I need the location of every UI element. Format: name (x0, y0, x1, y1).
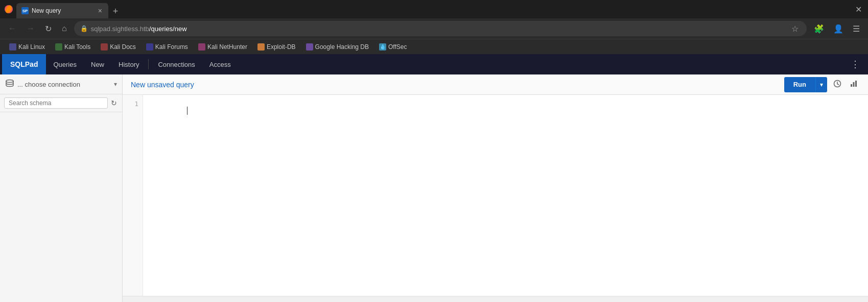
schema-search-row: ↻ (0, 94, 122, 112)
window-close-button[interactable]: ✕ (853, 3, 864, 16)
nav-item-new[interactable]: New (84, 54, 111, 74)
bookmark-google-hacking-label: Google Hacking DB (315, 43, 369, 51)
run-btn-group: Run ▾ (784, 77, 827, 92)
nav-item-history[interactable]: History (111, 54, 146, 74)
back-button[interactable]: ← (5, 22, 19, 35)
sqlpad-app: SQLPad Queries New History Connections A… (0, 54, 868, 302)
bookmark-google-hacking[interactable]: Google Hacking DB (302, 42, 373, 52)
query-title: New unsaved query (131, 81, 194, 89)
nav-item-connections[interactable]: Connections (151, 54, 202, 74)
line-number-1: 1 (123, 99, 138, 109)
new-tab-button[interactable]: + (108, 4, 123, 18)
editor-scrollbar[interactable] (123, 296, 868, 302)
sqlpad-nav-right: ⋮ (847, 57, 868, 72)
run-button[interactable]: Run (784, 77, 815, 92)
nav-item-access[interactable]: Access (202, 54, 238, 74)
profile-button[interactable]: 👤 (830, 22, 847, 36)
menu-button[interactable]: ☰ (850, 22, 863, 36)
svg-point-2 (6, 80, 13, 83)
bookmark-kali-docs[interactable]: Kali Docs (97, 42, 140, 52)
window-controls: ✕ (853, 3, 864, 16)
refresh-schema-button[interactable]: ↻ (110, 98, 118, 108)
active-tab[interactable]: SP New query × (16, 3, 108, 18)
history-icon-button[interactable] (831, 78, 843, 92)
forward-button[interactable]: → (24, 22, 38, 35)
bookmark-exploit-db-label: Exploit-DB (267, 43, 296, 51)
bookmark-offsec-label: OffSec (388, 43, 407, 51)
sqlpad-nav: SQLPad Queries New History Connections A… (0, 54, 868, 74)
connection-row: ... choose connection ▾ (0, 74, 122, 94)
security-icon: 🔒 (80, 25, 88, 32)
kali-nethunter-favicon (198, 43, 205, 51)
schema-search-input[interactable] (4, 97, 108, 109)
svg-rect-4 (851, 84, 852, 87)
offsec-favicon: 💧 (379, 43, 386, 51)
query-area: ... choose connection ▾ ↻ New unsaved qu… (0, 74, 868, 302)
nav-right: 🧩 👤 ☰ (811, 22, 863, 36)
nav-divider (148, 59, 149, 69)
url-suffix: /queries/new (149, 25, 187, 33)
browser-chrome: SP New query × + ✕ ← → ↻ ⌂ 🔒 sqlpad.sigh… (0, 0, 868, 54)
editor-content[interactable] (143, 95, 868, 296)
title-bar: SP New query × + ✕ (0, 0, 868, 18)
connection-select[interactable]: ... choose connection (17, 81, 111, 88)
sqlpad-more-button[interactable]: ⋮ (847, 57, 864, 72)
tab-close-button[interactable]: × (97, 7, 103, 14)
reload-button[interactable]: ↻ (42, 22, 55, 36)
nav-bar: ← → ↻ ⌂ 🔒 sqlpad.sightless.htb/queries/n… (0, 18, 868, 39)
right-panel: New unsaved query Run ▾ (123, 74, 868, 302)
home-button[interactable]: ⌂ (59, 22, 70, 35)
tab-bar: SP New query × + (16, 0, 850, 18)
svg-rect-5 (853, 82, 855, 87)
firefox-icon (4, 5, 13, 14)
bookmark-kali-docs-label: Kali Docs (110, 43, 136, 51)
editor-area[interactable]: 1 (123, 95, 868, 296)
bookmark-kali-tools-label: Kali Tools (64, 43, 90, 51)
exploit-db-favicon (257, 43, 265, 51)
google-hacking-favicon (306, 43, 313, 51)
bookmark-kali-nethunter[interactable]: Kali NetHunter (194, 42, 251, 52)
left-panel: ... choose connection ▾ ↻ (0, 74, 123, 302)
bookmark-offsec[interactable]: 💧 OffSec (375, 42, 411, 52)
sqlpad-brand[interactable]: SQLPad (2, 54, 46, 74)
query-header: New unsaved query Run ▾ (123, 74, 868, 95)
url-bar[interactable]: 🔒 sqlpad.sightless.htb/queries/new ☆ (74, 21, 807, 36)
tab-favicon: SP (21, 7, 29, 14)
chart-icon-button[interactable] (848, 78, 860, 92)
bookmark-kali-forums-label: Kali Forums (155, 43, 188, 51)
kali-linux-favicon (9, 43, 16, 51)
nav-item-queries[interactable]: Queries (46, 54, 84, 74)
bookmark-kali-forums[interactable]: Kali Forums (142, 42, 192, 52)
svg-rect-6 (855, 81, 857, 87)
bookmark-star-button[interactable]: ☆ (789, 22, 801, 36)
bookmark-exploit-db[interactable]: Exploit-DB (253, 42, 300, 52)
kali-tools-favicon (55, 43, 62, 51)
line-numbers: 1 (123, 95, 143, 296)
url-prefix: sqlpad.sightless.htb (91, 25, 149, 33)
schema-area (0, 112, 122, 302)
bookmark-kali-linux-label: Kali Linux (18, 43, 45, 51)
run-dropdown-button[interactable]: ▾ (815, 77, 827, 92)
chevron-down-icon: ▾ (114, 81, 117, 88)
kali-docs-favicon (101, 43, 108, 51)
database-icon (5, 79, 14, 90)
bookmark-kali-nethunter-label: Kali NetHunter (207, 43, 247, 51)
kali-forums-favicon (146, 43, 153, 51)
extensions-button[interactable]: 🧩 (811, 22, 827, 36)
tab-title: New query (32, 7, 94, 14)
url-text: sqlpad.sightless.htb/queries/new (91, 25, 786, 33)
header-icons (831, 78, 860, 92)
bookmarks-bar: Kali Linux Kali Tools Kali Docs Kali For… (0, 39, 868, 54)
bookmark-kali-linux[interactable]: Kali Linux (5, 42, 49, 52)
text-cursor (187, 107, 187, 115)
bookmark-kali-tools[interactable]: Kali Tools (51, 42, 95, 52)
